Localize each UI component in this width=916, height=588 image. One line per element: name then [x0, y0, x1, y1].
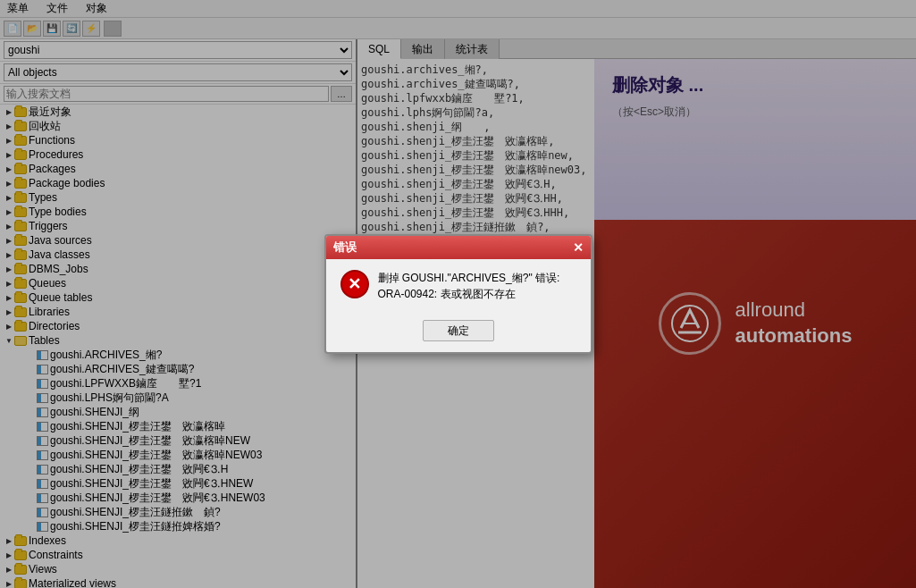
error-message: 删掉 GOUSHI."ARCHIVES_缃?" 错误: ORA-00942: 表…: [378, 270, 560, 302]
error-title-bar: 错误 ✕: [326, 236, 591, 259]
error-dialog: 错误 ✕ ✕ 删掉 GOUSHI."ARCHIVES_缃?" 错误: ORA-0…: [324, 234, 592, 354]
error-title-text: 错误: [333, 239, 357, 256]
error-ok-button[interactable]: 确定: [423, 320, 494, 341]
error-close-button[interactable]: ✕: [573, 240, 584, 255]
modal-backdrop: 错误 ✕ ✕ 删掉 GOUSHI."ARCHIVES_缃?" 错误: ORA-0…: [0, 0, 916, 588]
error-footer: 确定: [326, 313, 591, 352]
error-body: ✕ 删掉 GOUSHI."ARCHIVES_缃?" 错误: ORA-00942:…: [326, 259, 591, 313]
error-icon: ✕: [340, 270, 369, 298]
